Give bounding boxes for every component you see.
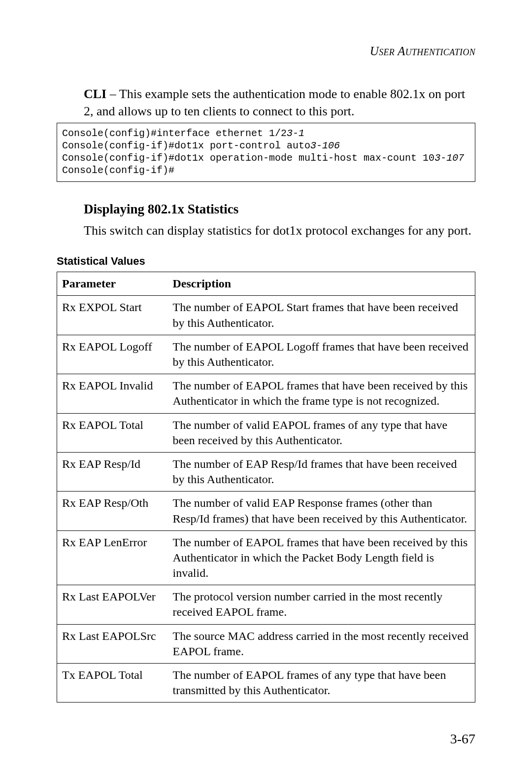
- desc-cell: The number of EAPOL frames that have bee…: [168, 374, 475, 413]
- running-header: User Authentication: [57, 44, 475, 58]
- param-cell: Rx Last EAPOLVer: [57, 585, 168, 624]
- section-block: Displaying 802.1x Statistics This switch…: [84, 202, 475, 239]
- desc-cell: The number of EAPOL Start frames that ha…: [168, 296, 475, 335]
- statistics-table: Parameter Description Rx EXPOL Start The…: [57, 272, 475, 703]
- table-caption: Statistical Values: [57, 255, 475, 268]
- section-desc: This switch can display statistics for d…: [84, 222, 475, 239]
- code-ref-3: 3-107: [434, 152, 464, 164]
- param-cell: Tx EAPOL Total: [57, 664, 168, 703]
- desc-cell: The number of EAPOL Logoff frames that h…: [168, 335, 475, 374]
- param-cell: Rx EXPOL Start: [57, 296, 168, 335]
- table-row: Rx EAP Resp/Id The number of EAP Resp/Id…: [57, 452, 475, 491]
- table-header-row: Parameter Description: [57, 272, 475, 296]
- desc-cell: The number of valid EAP Response frames …: [168, 492, 475, 530]
- param-cell: Rx EAPOL Total: [57, 413, 168, 452]
- param-cell: Rx Last EAPOLSrc: [57, 624, 168, 663]
- code-ref-2: 3-106: [310, 140, 340, 151]
- table-row: Rx EAP Resp/Oth The number of valid EAP …: [57, 492, 475, 530]
- intro-block: CLI – This example sets the authenticati…: [84, 85, 475, 120]
- param-cell: Rx EAP Resp/Id: [57, 452, 168, 491]
- code-line-4: Console(config-if)#: [62, 165, 174, 176]
- desc-cell: The number of EAPOL frames of any type t…: [168, 664, 475, 703]
- code-ref-1: 3-1: [287, 128, 304, 139]
- section-title: Displaying 802.1x Statistics: [84, 202, 475, 217]
- th-parameter: Parameter: [57, 272, 168, 296]
- table-row: Rx EXPOL Start The number of EAPOL Start…: [57, 296, 475, 335]
- code-line-2: Console(config-if)#dot1x port-control au…: [62, 140, 310, 151]
- table-row: Rx EAPOL Invalid The number of EAPOL fra…: [57, 374, 475, 413]
- table-row: Rx EAP LenError The number of EAPOL fram…: [57, 530, 475, 585]
- table-row: Rx EAPOL Total The number of valid EAPOL…: [57, 413, 475, 452]
- param-cell: Rx EAP LenError: [57, 530, 168, 585]
- th-description: Description: [168, 272, 475, 296]
- param-cell: Rx EAP Resp/Oth: [57, 492, 168, 530]
- table-row: Rx EAPOL Logoff The number of EAPOL Logo…: [57, 335, 475, 374]
- table-row: Tx EAPOL Total The number of EAPOL frame…: [57, 664, 475, 703]
- intro-paragraph: CLI – This example sets the authenticati…: [84, 85, 475, 120]
- cli-code-block: Console(config)#interface ethernet 1/23-…: [57, 123, 475, 182]
- desc-cell: The source MAC address carried in the mo…: [168, 624, 475, 663]
- param-cell: Rx EAPOL Invalid: [57, 374, 168, 413]
- intro-text: – This example sets the authentication m…: [84, 87, 465, 118]
- desc-cell: The number of EAPOL frames that have bee…: [168, 530, 475, 585]
- desc-cell: The protocol version number carried in t…: [168, 585, 475, 624]
- intro-lead: CLI: [84, 87, 106, 101]
- table-row: Rx Last EAPOLVer The protocol version nu…: [57, 585, 475, 624]
- desc-cell: The number of valid EAPOL frames of any …: [168, 413, 475, 452]
- code-line-3: Console(config-if)#dot1x operation-mode …: [62, 152, 434, 164]
- param-cell: Rx EAPOL Logoff: [57, 335, 168, 374]
- code-line-1: Console(config)#interface ethernet 1/2: [62, 128, 287, 139]
- page-number: 3-67: [450, 731, 475, 747]
- table-row: Rx Last EAPOLSrc The source MAC address …: [57, 624, 475, 663]
- page: User Authentication CLI – This example s…: [0, 0, 532, 774]
- desc-cell: The number of EAP Resp/Id frames that ha…: [168, 452, 475, 491]
